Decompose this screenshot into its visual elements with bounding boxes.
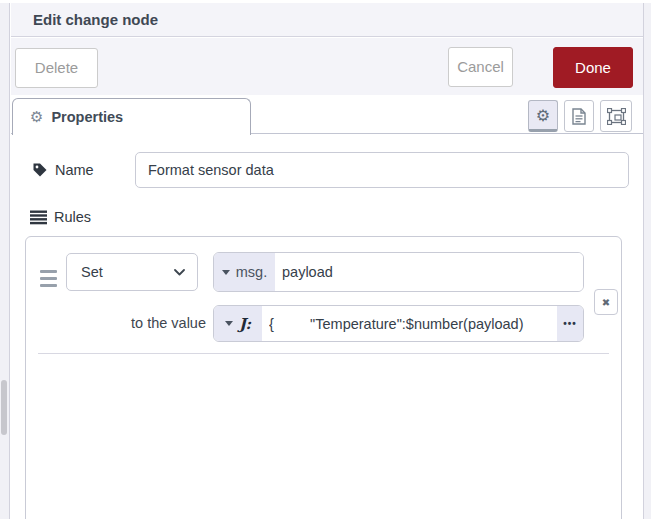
jsonata-expression-icon: J:	[239, 315, 251, 333]
description-tab-button[interactable]	[564, 100, 594, 132]
document-icon	[572, 108, 586, 125]
gear-icon: ⚙	[536, 106, 550, 125]
appearance-tab-button[interactable]	[600, 100, 632, 132]
page-right-gutter	[643, 0, 651, 519]
rule-divider	[38, 353, 609, 354]
rules-list: Set msg. ✖ to the value	[25, 236, 622, 519]
delete-button[interactable]: Delete	[15, 48, 98, 88]
expand-expression-button[interactable]: •••	[557, 306, 583, 341]
value-expression-input[interactable]	[262, 306, 557, 341]
tab-properties-label: Properties	[51, 109, 123, 125]
dialog-title: Edit change node	[33, 3, 158, 37]
value-type-button[interactable]: J:	[214, 306, 262, 341]
done-button[interactable]: Done	[553, 47, 633, 88]
rules-label: Rules	[54, 209, 91, 225]
caret-down-icon	[222, 270, 230, 275]
rules-label-row: Rules	[30, 205, 91, 229]
rule-value-field: J: •••	[213, 305, 584, 342]
to-value-label: to the value	[66, 305, 206, 342]
cancel-button[interactable]: Cancel	[448, 47, 513, 87]
page-left-gutter	[0, 0, 10, 519]
dialog-toolbar: Delete Cancel Done	[11, 38, 643, 95]
rule-delete-button[interactable]: ✖	[594, 289, 618, 315]
dialog-header: Edit change node	[11, 3, 643, 37]
object-group-icon	[607, 108, 626, 125]
tab-properties[interactable]: ⚙ Properties	[12, 98, 251, 135]
properties-gear-icon: ⚙	[30, 108, 43, 126]
rule-action-select[interactable]: Set	[66, 253, 198, 291]
name-label: Name	[55, 162, 94, 178]
list-icon	[30, 210, 47, 225]
rule-drag-handle-icon[interactable]	[40, 270, 57, 291]
properties-tab-button[interactable]: ⚙	[528, 100, 558, 132]
tag-icon	[32, 162, 48, 178]
property-type-button[interactable]: msg.	[214, 253, 275, 291]
top-strip	[0, 0, 651, 3]
rule-action-value: Set	[81, 264, 174, 280]
caret-down-icon	[225, 321, 233, 326]
chevron-down-icon	[174, 269, 185, 276]
tab-bar: ⚙ Properties ⚙	[11, 95, 643, 134]
name-label-row: Name	[32, 153, 94, 187]
edit-change-node-dialog: Edit change node Delete Cancel Done ⚙ Pr…	[0, 0, 651, 519]
properties-panel: Name Rules Set	[11, 135, 643, 519]
scrollbar-thumb[interactable]	[1, 380, 7, 435]
property-type-label: msg.	[236, 264, 267, 280]
ellipsis-icon: •••	[563, 318, 577, 329]
name-input[interactable]	[135, 152, 629, 188]
property-input[interactable]	[275, 253, 583, 291]
rule-property-field: msg.	[213, 252, 584, 292]
close-icon: ✖	[602, 297, 610, 308]
